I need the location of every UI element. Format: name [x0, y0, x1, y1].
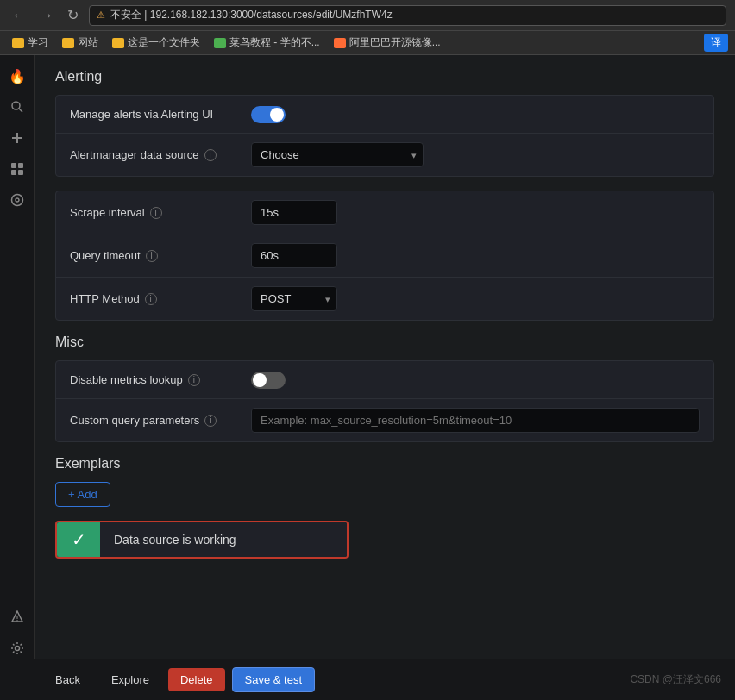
status-icon-box: ✓ [57, 522, 100, 557]
manage-alerts-label: Manage alerts via Alerting UI [70, 108, 251, 121]
svg-point-12 [15, 647, 19, 651]
bookmark-folder-icon-2 [112, 38, 124, 48]
alerting-section-title: Alerting [55, 69, 714, 84]
sidebar-dashboards[interactable] [3, 155, 31, 183]
main-content: Alerting Manage alerts via Alerting UI A… [35, 55, 735, 700]
status-checkmark-icon: ✓ [72, 529, 86, 550]
svg-line-1 [19, 109, 22, 112]
explore-button[interactable]: Explore [99, 668, 161, 691]
svg-rect-5 [18, 163, 23, 168]
connection-card: Scrape interval i Query timeout i HTTP M… [55, 191, 714, 321]
svg-rect-7 [18, 170, 23, 175]
custom-query-row: Custom query parameters i [56, 399, 713, 441]
custom-query-input[interactable] [251, 408, 700, 433]
disable-metrics-label: Disable metrics lookup i [70, 373, 251, 386]
bookmark-favicon-3 [214, 38, 226, 48]
status-banner: ✓ Data source is working [55, 521, 349, 559]
misc-section-title: Misc [55, 334, 714, 350]
manage-alerts-row: Manage alerts via Alerting UI [56, 96, 713, 134]
sidebar-alerting[interactable] [3, 603, 31, 631]
browser-bar: ← → ↻ ⚠ 不安全 | 192.168.182.130:3000/datas… [0, 0, 735, 31]
bookmark-2[interactable]: 这是一个文件夹 [107, 34, 205, 52]
watermark-text: CSDN @汪泽文666 [630, 672, 721, 687]
bookmark-3[interactable]: 菜鸟教程 - 学的不... [209, 34, 325, 52]
warning-icon: ⚠ [97, 9, 105, 21]
bottom-bar: Back Explore Delete Save & test CSDN @汪泽… [0, 659, 735, 700]
http-method-info-icon[interactable]: i [145, 293, 157, 305]
back-nav-button[interactable]: Back [43, 668, 92, 691]
sidebar-grafana-logo[interactable]: 🔥 [3, 62, 31, 90]
exemplars-section-title: Exemplars [55, 456, 714, 472]
svg-rect-10 [16, 616, 17, 619]
url-text: 不安全 | 192.168.182.130:3000/datasources/e… [110, 8, 393, 22]
bookmark-folder-icon-0 [12, 38, 24, 48]
bookmark-favicon-4 [334, 38, 346, 48]
bookmark-label-2: 这是一个文件夹 [128, 35, 200, 50]
disable-metrics-toggle[interactable] [251, 372, 286, 389]
bookmark-4[interactable]: 阿里巴巴开源镜像... [329, 34, 446, 52]
scrape-interval-row: Scrape interval i [56, 191, 713, 234]
svg-rect-11 [16, 620, 17, 622]
alertmanager-select[interactable]: Choose [251, 142, 424, 167]
svg-rect-6 [11, 170, 16, 175]
bookmark-label-1: 网站 [78, 35, 98, 50]
scrape-interval-info-icon[interactable]: i [150, 207, 162, 219]
address-bar[interactable]: ⚠ 不安全 | 192.168.182.130:3000/datasources… [89, 5, 726, 26]
svg-rect-3 [12, 137, 22, 139]
svg-rect-4 [11, 163, 16, 168]
http-method-select-wrapper: GET POST [251, 286, 337, 311]
scrape-interval-input[interactable] [251, 200, 337, 225]
bookmark-0[interactable]: 学习 [7, 34, 53, 52]
sidebar-plus[interactable] [3, 124, 31, 152]
sidebar: 🔥 [0, 55, 35, 700]
bookmarks-bar: 学习 网站 这是一个文件夹 菜鸟教程 - 学的不... 阿里巴巴开源镜像... … [0, 31, 735, 55]
bookmark-1[interactable]: 网站 [57, 34, 104, 52]
svg-point-8 [11, 195, 22, 206]
disable-metrics-info-icon[interactable]: i [188, 374, 200, 386]
misc-card: Disable metrics lookup i Custom query pa… [55, 360, 714, 442]
alertmanager-label: Alertmanager data source i [70, 148, 251, 161]
http-method-select[interactable]: GET POST [251, 286, 337, 311]
bookmark-label-3: 菜鸟教程 - 学的不... [229, 35, 320, 50]
alertmanager-info-icon[interactable]: i [204, 149, 217, 161]
alertmanager-row: Alertmanager data source i Choose [56, 134, 713, 176]
http-method-label: HTTP Method i [70, 292, 251, 305]
sidebar-search[interactable] [3, 93, 31, 121]
query-timeout-row: Query timeout i [56, 234, 713, 278]
add-exemplar-button[interactable]: + Add [55, 482, 110, 507]
query-timeout-label: Query timeout i [70, 249, 251, 262]
disable-metrics-row: Disable metrics lookup i [56, 361, 713, 399]
svg-point-9 [16, 198, 19, 202]
query-timeout-info-icon[interactable]: i [146, 250, 158, 262]
status-text: Data source is working [114, 533, 236, 547]
manage-alerts-toggle[interactable] [251, 106, 286, 123]
app-layout: 🔥 Alerting Manage alert [0, 55, 735, 700]
sidebar-explore[interactable] [3, 186, 31, 214]
exemplars-section: Exemplars + Add [55, 456, 714, 507]
alerting-card: Manage alerts via Alerting UI Alertmanag… [55, 95, 714, 177]
alertmanager-select-wrapper: Choose [251, 142, 424, 167]
bookmark-folder-icon-1 [62, 38, 74, 48]
forward-button[interactable]: → [36, 6, 57, 25]
translate-button[interactable]: 译 [704, 34, 728, 52]
custom-query-label: Custom query parameters i [70, 414, 251, 427]
delete-button[interactable]: Delete [168, 668, 225, 691]
query-timeout-input[interactable] [251, 243, 337, 268]
status-text-box: Data source is working [100, 522, 347, 557]
bookmark-label-0: 学习 [28, 35, 48, 50]
scrape-interval-label: Scrape interval i [70, 206, 251, 219]
back-button[interactable]: ← [9, 6, 29, 25]
save-test-button[interactable]: Save & test [232, 667, 315, 692]
http-method-row: HTTP Method i GET POST [56, 278, 713, 320]
reload-button[interactable]: ↻ [64, 5, 82, 25]
bookmark-label-4: 阿里巴巴开源镜像... [349, 35, 441, 50]
custom-query-info-icon[interactable]: i [204, 415, 217, 427]
svg-point-0 [12, 102, 20, 109]
